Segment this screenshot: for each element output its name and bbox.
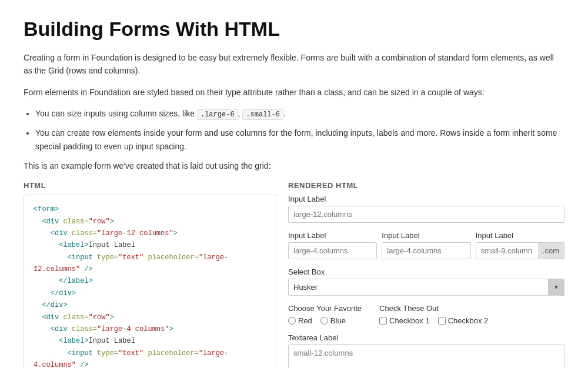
- radio-option-blue[interactable]: Blue: [320, 316, 346, 325]
- feature-list: You can size inputs using column sizes, …: [35, 107, 564, 153]
- bullet-period: .: [283, 109, 286, 118]
- select-label: Select Box: [288, 267, 564, 276]
- checkbox-radio-row: Choose Your Favorite Red Blue Check Thes…: [288, 304, 564, 325]
- choose-label: Choose Your Favorite: [288, 304, 362, 313]
- textarea-group: Textarea Label: [288, 333, 564, 368]
- intro-paragraph-1: Creating a form in Foundation is designe…: [24, 51, 564, 78]
- input-field-4[interactable]: [476, 242, 538, 259]
- check-these-label: Check These Out: [379, 304, 488, 313]
- page-title: Building Forms With HTML: [24, 18, 564, 41]
- checkbox-option-1[interactable]: Checkbox 1: [379, 316, 430, 325]
- form-group-1: Input Label: [288, 195, 564, 223]
- checkbox-1-label: Checkbox 1: [389, 316, 430, 325]
- select-group: Select Box Husker Option 2 Option 3 ▼: [288, 267, 564, 296]
- textarea-label: Textarea Label: [288, 333, 564, 342]
- checkbox-2[interactable]: [438, 317, 446, 324]
- input-addon-com: .com: [538, 242, 564, 259]
- radio-blue-label: Blue: [330, 316, 346, 325]
- bullet-text-before: You can size inputs using column sizes, …: [35, 109, 197, 118]
- input-addon-group: .com: [476, 242, 564, 259]
- col-input-3: Input Label: [382, 231, 470, 259]
- input-label-3: Input Label: [382, 231, 470, 240]
- radio-red-label: Red: [298, 316, 312, 325]
- code-block: <form> <div class="row"> <div class="lar…: [24, 195, 276, 368]
- input-label-4: Input Label: [476, 231, 564, 240]
- choose-favorite-group: Choose Your Favorite Red Blue: [288, 304, 362, 325]
- checkbox-2-label: Checkbox 2: [448, 316, 489, 325]
- checkbox-option-2[interactable]: Checkbox 2: [438, 316, 489, 325]
- main-content-area: HTML <form> <div class="row"> <div class…: [24, 181, 564, 368]
- checkbox-options: Checkbox 1 Checkbox 2: [379, 316, 488, 325]
- example-text: This is an example form we've created th…: [24, 161, 564, 170]
- code-small-6: .small-6: [242, 109, 283, 120]
- input-field-3[interactable]: [382, 242, 470, 259]
- input-field-1[interactable]: [288, 206, 564, 223]
- intro-paragraph-2: Form elements in Foundation are styled b…: [24, 86, 564, 99]
- radio-red[interactable]: [288, 317, 296, 324]
- col-input-4: Input Label .com: [476, 231, 564, 259]
- col-input-2: Input Label: [288, 231, 377, 259]
- code-large-6: .large-6: [197, 109, 238, 120]
- input-label-1: Input Label: [288, 195, 564, 203]
- html-panel-label: HTML: [24, 181, 276, 190]
- select-field[interactable]: Husker Option 2 Option 3: [288, 279, 564, 296]
- bullet-item-1: You can size inputs using column sizes, …: [35, 107, 564, 121]
- select-wrapper: Husker Option 2 Option 3 ▼: [288, 279, 564, 296]
- radio-blue[interactable]: [320, 317, 328, 324]
- input-field-2[interactable]: [288, 242, 377, 259]
- radio-option-red[interactable]: Red: [288, 316, 312, 325]
- rendered-panel: RENDERED HTML Input Label Input Label In…: [288, 181, 564, 368]
- rendered-panel-label: RENDERED HTML: [288, 181, 564, 190]
- check-these-out-group: Check These Out Checkbox 1 Checkbox 2: [379, 304, 488, 325]
- textarea-field[interactable]: [288, 344, 564, 368]
- input-row-3col: Input Label Input Label Input Label .com: [288, 231, 564, 259]
- bullet-item-2: You can create row elements inside your …: [35, 126, 564, 153]
- checkbox-1[interactable]: [379, 317, 387, 324]
- input-label-2: Input Label: [288, 231, 377, 240]
- html-panel: HTML <form> <div class="row"> <div class…: [24, 181, 276, 368]
- bullet-text-2: You can create row elements inside your …: [35, 128, 557, 150]
- radio-options: Red Blue: [288, 316, 362, 325]
